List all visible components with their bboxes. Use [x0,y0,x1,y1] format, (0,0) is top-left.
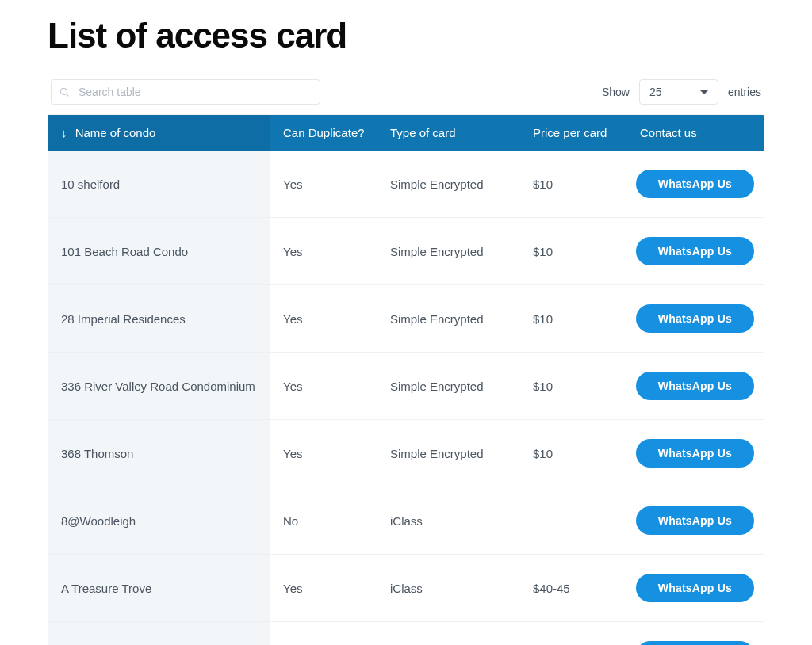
cell-duplicate: Yes [270,555,377,622]
cell-duplicate: Yes [270,353,377,420]
entries-selected-value: 25 [649,86,662,98]
cell-price: $10 [520,353,627,420]
cell-card-type: Simple Encrypted [377,353,520,420]
table-row: 8@WoodleighNoiClassWhatsApp Us [48,487,764,555]
whatsapp-button[interactable]: WhatsApp Us [636,170,754,198]
cell-condo-name: A Treasure Trove [48,555,270,622]
cell-price: $40-45 [520,555,627,622]
cell-card-type: Simple Encrypted [377,622,520,646]
controls-row: Show 25 entries [48,79,764,105]
cell-duplicate: Yes [270,151,377,218]
column-header-duplicate[interactable]: Can Duplicate? [270,115,377,151]
table-row: 368 ThomsonYesSimple Encrypted$10WhatsAp… [48,420,764,487]
search-input[interactable] [51,79,320,105]
whatsapp-button[interactable]: WhatsApp Us [636,439,754,468]
cell-contact: WhatsApp Us [627,151,764,218]
cell-contact: WhatsApp Us [627,353,764,420]
whatsapp-button[interactable]: WhatsApp Us [636,574,754,602]
cell-duplicate: Yes [270,218,377,285]
cell-contact: WhatsApp Us [627,555,764,622]
cell-contact: WhatsApp Us [627,622,764,646]
sort-down-icon: ↓ [61,126,67,139]
cell-card-type: iClass [377,555,520,622]
page-title: List of access card [48,16,764,55]
caret-down-icon [700,90,708,94]
cell-card-type: iClass [377,487,520,555]
cell-condo-name: 10 shelford [48,151,270,218]
cell-condo-name: 101 Beach Road Condo [48,218,270,285]
cell-condo-name: 368 Thomson [48,420,270,487]
access-card-table: ↓ Name of condo Can Duplicate? Type of c… [48,115,764,645]
whatsapp-button[interactable]: WhatsApp Us [636,372,754,400]
whatsapp-button[interactable]: WhatsApp Us [636,237,754,265]
cell-price: $10 [520,420,627,487]
entries-control: Show 25 entries [602,79,761,105]
cell-condo-name: Alpteon View [48,622,270,646]
col-name-label: Name of condo [75,126,156,139]
cell-duplicate: Yes [270,622,377,646]
table-wrapper: ↓ Name of condo Can Duplicate? Type of c… [48,114,764,645]
cell-card-type: Simple Encrypted [377,218,520,285]
search-icon [59,86,70,97]
cell-price: $10 [520,151,627,218]
cell-card-type: Simple Encrypted [377,151,520,218]
cell-duplicate: Yes [270,285,377,353]
cell-contact: WhatsApp Us [627,487,764,555]
cell-price: $10 [520,218,627,285]
cell-duplicate: No [270,487,377,555]
column-header-price[interactable]: Price per card [520,115,627,151]
entries-select[interactable]: 25 [639,79,718,105]
cell-card-type: Simple Encrypted [377,420,520,487]
cell-price [520,487,627,555]
cell-contact: WhatsApp Us [627,420,764,487]
table-row: 28 Imperial ResidencesYesSimple Encrypte… [48,285,764,353]
whatsapp-button[interactable]: WhatsApp Us [636,641,754,645]
column-header-contact[interactable]: Contact us [627,115,764,151]
cell-condo-name: 336 River Valley Road Condominium [48,353,270,420]
svg-line-1 [67,94,69,97]
table-row: 10 shelfordYesSimple Encrypted$10WhatsAp… [48,151,764,218]
cell-price: $10 [520,285,627,353]
table-row: 101 Beach Road CondoYesSimple Encrypted$… [48,218,764,285]
table-row: 336 River Valley Road CondominiumYesSimp… [48,353,764,420]
cell-condo-name: 8@Woodleigh [48,487,270,555]
whatsapp-button[interactable]: WhatsApp Us [636,506,754,535]
entries-label: entries [728,86,761,98]
column-header-name[interactable]: ↓ Name of condo [48,115,270,151]
table-row: Alpteon ViewYesSimple Encrypted$10WhatsA… [48,622,764,646]
cell-duplicate: Yes [270,420,377,487]
show-label: Show [602,86,630,98]
cell-card-type: Simple Encrypted [377,285,520,353]
cell-contact: WhatsApp Us [627,218,764,285]
svg-point-0 [60,88,67,94]
whatsapp-button[interactable]: WhatsApp Us [636,304,754,333]
table-row: A Treasure TroveYesiClass$40-45WhatsApp … [48,555,764,622]
cell-price: $10 [520,622,627,646]
search-box [51,79,320,105]
cell-contact: WhatsApp Us [627,285,764,353]
column-header-type[interactable]: Type of card [377,115,520,151]
cell-condo-name: 28 Imperial Residences [48,285,270,353]
